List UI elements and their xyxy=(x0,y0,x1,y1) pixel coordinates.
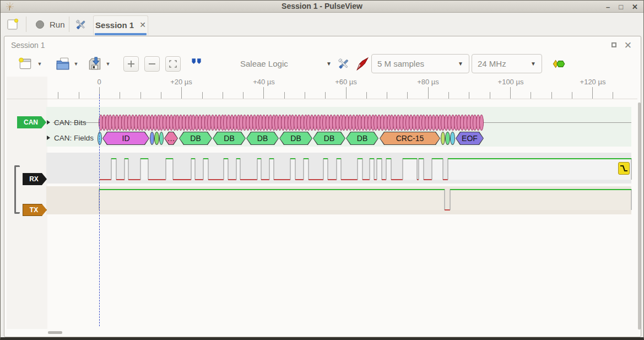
can-decoder-tag[interactable]: CAN xyxy=(17,116,46,128)
tx-row-background xyxy=(46,186,631,214)
can-field-label: DB xyxy=(347,132,378,144)
ruler-minor-tick xyxy=(325,92,326,99)
run-state-icon xyxy=(36,20,44,29)
can-field-label: ID xyxy=(103,132,149,144)
ruler-major-tick xyxy=(592,87,593,99)
time-zero-cursor[interactable] xyxy=(99,94,100,326)
can-bits-row-label: CAN: Bits xyxy=(54,118,86,127)
can-field-annotation xyxy=(159,132,164,145)
can-field-label: DB xyxy=(280,132,312,144)
can-field-annotation: ID xyxy=(102,132,149,145)
expand-can-bits-arrow[interactable] xyxy=(47,120,50,125)
can-field-annotation xyxy=(445,132,450,145)
titlebar[interactable]: Session 1 - PulseView – □ ✕ xyxy=(1,1,643,13)
ruler-minor-tick xyxy=(79,92,79,99)
can-fields-row-label: CAN: Fields xyxy=(54,134,94,142)
vertical-scrollbar[interactable] xyxy=(638,102,641,330)
can-field-annotation: DB xyxy=(213,132,246,145)
can-field-annotation xyxy=(150,132,154,145)
can-field-annotation: EOF xyxy=(456,132,484,145)
pulseview-window: Session 1 - PulseView – □ ✕ Run Session … xyxy=(0,0,644,340)
ruler-minor-tick xyxy=(407,92,408,99)
ruler-time-label: +60 µs xyxy=(335,78,357,86)
ruler-major-tick xyxy=(510,87,511,99)
ruler-time-label: +20 µs xyxy=(170,78,192,86)
horizontal-scrollbar[interactable] xyxy=(48,331,62,334)
can-field-annotation: DB xyxy=(246,132,279,145)
can-field-annotation xyxy=(441,132,445,145)
ruler-minor-tick xyxy=(243,92,243,99)
rx-row-background xyxy=(46,153,631,184)
new-view-icon[interactable] xyxy=(6,18,19,31)
ruler-time-label: +80 µs xyxy=(417,78,439,86)
ruler-minor-tick xyxy=(202,92,203,99)
tab-session-1[interactable]: Session 1 ✕ xyxy=(93,15,148,35)
ruler-major-tick xyxy=(346,87,347,99)
can-field-label: DB xyxy=(213,132,245,144)
can-field-label: DB xyxy=(247,132,278,144)
can-field-annotation: DB xyxy=(346,132,378,145)
ruler-minor-tick xyxy=(120,92,120,99)
ruler-minor-tick xyxy=(551,92,552,99)
can-field-label: DB xyxy=(313,132,345,144)
tx-channel-tag[interactable]: TX xyxy=(23,204,47,216)
toolbar-separator xyxy=(26,17,26,32)
session-dock: Session 1 ✕ ▼ ▼ ▼ xyxy=(4,36,641,337)
expand-can-fields-arrow[interactable] xyxy=(47,136,50,140)
can-field-label: … xyxy=(165,132,177,144)
channel-group-bracket[interactable] xyxy=(14,165,20,214)
settings-wrench-icon[interactable] xyxy=(74,18,88,32)
can-field-label: EOF xyxy=(456,132,483,144)
toolbar-separator xyxy=(69,17,69,32)
can-field-annotation: DB xyxy=(179,132,212,145)
ruler-minor-tick xyxy=(448,92,449,99)
ruler-minor-tick xyxy=(140,92,141,99)
can-field-annotation: … xyxy=(164,132,178,145)
ruler-minor-tick xyxy=(490,92,490,99)
maximize-button[interactable]: □ xyxy=(619,3,623,10)
ruler-divider xyxy=(7,99,637,99)
ruler-minor-tick xyxy=(613,92,613,99)
ruler-minor-tick xyxy=(223,92,223,99)
run-label: Run xyxy=(50,20,65,29)
can-field-annotation: CRC-15 xyxy=(380,132,440,145)
can-bit-annotation xyxy=(479,115,484,131)
ruler-time-label: 0 xyxy=(97,78,101,86)
ruler-minor-tick xyxy=(305,92,305,99)
ruler-minor-tick xyxy=(572,92,572,99)
ruler-minor-tick xyxy=(161,92,161,99)
run-button[interactable]: Run xyxy=(33,17,68,32)
tab-close-icon[interactable]: ✕ xyxy=(139,20,146,29)
falling-edge-icon xyxy=(620,164,628,172)
ruler-time-label: +120 µs xyxy=(580,78,606,86)
can-field-annotation: DB xyxy=(279,132,312,145)
can-field-annotation xyxy=(154,132,159,145)
ruler-major-tick xyxy=(263,87,264,99)
ruler-major-tick xyxy=(181,87,182,99)
minimize-button[interactable]: – xyxy=(606,3,610,10)
ruler-minor-tick xyxy=(531,92,531,99)
main-toolbar: Run Session 1 ✕ xyxy=(1,13,643,35)
can-field-label: CRC-15 xyxy=(380,132,440,144)
ruler-time-label: +40 µs xyxy=(253,78,275,86)
close-button[interactable]: ✕ xyxy=(632,3,638,10)
can-field-label: DB xyxy=(180,132,212,144)
ruler-minor-tick xyxy=(58,92,58,99)
rx-channel-tag[interactable]: RX xyxy=(23,173,47,185)
tab-label: Session 1 xyxy=(95,20,134,30)
window-title: Session 1 - PulseView xyxy=(1,2,643,10)
ruler-time-label: +100 µs xyxy=(498,78,524,86)
falling-edge-trigger-marker[interactable] xyxy=(618,162,630,175)
trace-view[interactable]: 0+20 µs+40 µs+60 µs+80 µs+100 µs+120 µsI… xyxy=(4,36,641,337)
ruler-major-tick xyxy=(428,87,429,99)
can-field-annotation xyxy=(450,132,455,145)
trace-label-column xyxy=(7,77,47,329)
ruler-minor-tick xyxy=(469,92,469,99)
ruler-minor-tick xyxy=(366,92,367,99)
ruler-minor-tick xyxy=(284,92,285,99)
ruler-minor-tick xyxy=(387,92,387,99)
can-field-annotation: DB xyxy=(313,132,345,145)
can-field-annotation xyxy=(98,132,102,145)
active-tab-indicator xyxy=(95,33,147,35)
